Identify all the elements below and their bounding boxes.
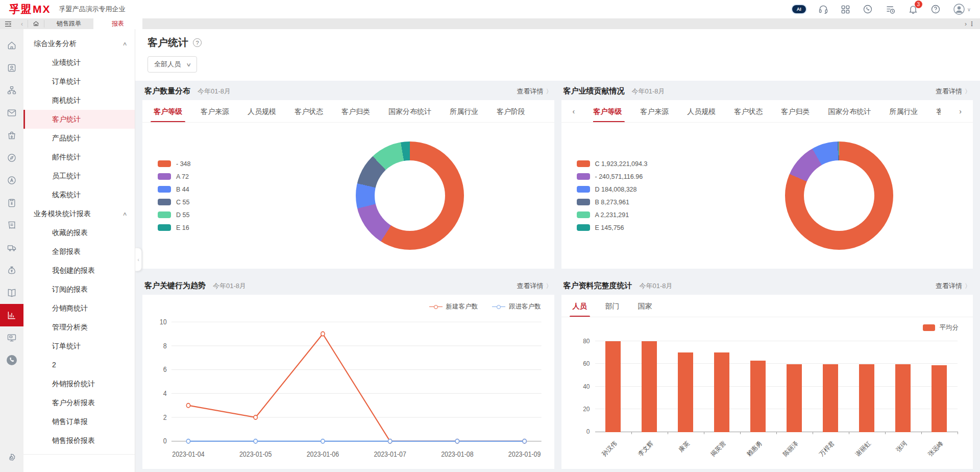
task-list-clock-icon[interactable] (885, 4, 896, 15)
tab-客户等级[interactable]: 客户等级 (593, 100, 622, 123)
sidebar-item-全部报表[interactable]: 全部报表 (23, 242, 135, 261)
sidebar-item-商机统计[interactable]: 商机统计 (23, 91, 135, 110)
home-icon[interactable] (28, 18, 44, 29)
tabs-scroll-right-icon[interactable]: › (959, 107, 962, 115)
legend-item[interactable]: D 184,008,328 (577, 186, 705, 193)
section-collapse-icon[interactable]: ∧ (122, 41, 127, 46)
personnel-filter-dropdown[interactable]: 全部人员 ∨ (148, 56, 197, 73)
tab-客户阶段[interactable]: 客户阶段 (497, 100, 525, 123)
legend-item[interactable]: - 240,571,116.96 (577, 173, 705, 180)
whatsapp-icon[interactable] (0, 349, 23, 371)
tab-国家分布统计[interactable]: 国家分布统计 (388, 100, 431, 123)
sidebar-item-订单统计[interactable]: 订单统计 (23, 72, 135, 91)
tab-客户等级[interactable]: 客户等级 (154, 100, 182, 123)
sidebar-item-业绩统计[interactable]: 业绩统计 (23, 53, 135, 72)
tab-客户归类[interactable]: 客户归类 (341, 100, 370, 123)
legend-item[interactable]: A 2,231,291 (577, 211, 705, 219)
bar-康英[interactable] (678, 352, 693, 432)
marketing-a-icon[interactable] (0, 169, 23, 192)
funds-bag-icon[interactable] (0, 259, 23, 281)
bar-李文辉[interactable] (642, 341, 657, 432)
customer-count-donut-chart[interactable] (356, 141, 464, 250)
bar-谢丽虹[interactable] (859, 364, 874, 433)
sidebar-item-销售报价报表[interactable]: 销售报价报表 (23, 431, 135, 450)
bar-张远峰[interactable] (932, 365, 947, 432)
tabs-scroll-left-icon[interactable]: ‹ (573, 107, 575, 115)
legend-item[interactable]: E 16 (158, 224, 266, 231)
apps-grid-icon[interactable] (841, 5, 850, 14)
finance-clipboard-icon[interactable] (0, 192, 23, 214)
logistics-truck-icon[interactable] (0, 237, 23, 259)
tab-人员规模[interactable]: 人员规模 (248, 100, 276, 123)
page-help-icon[interactable]: ? (193, 38, 202, 47)
ai-assistant-icon[interactable]: AI (792, 5, 806, 13)
app-logo[interactable]: 孚盟MX (9, 2, 51, 16)
legend-item[interactable]: A 72 (158, 173, 266, 180)
sidebar-item-线索统计[interactable]: 线索统计 (23, 185, 135, 204)
tab-所属行业[interactable]: 所属行业 (450, 100, 478, 123)
key-behavior-line-chart[interactable]: 02468102023-01-042023-01-052023-01-06202… (142, 311, 554, 469)
workspace-tab-sales[interactable]: 销售跟单 (44, 18, 93, 29)
legend-item[interactable]: C 55 (158, 199, 266, 206)
tab-人员规模[interactable]: 人员规模 (687, 100, 716, 123)
view-details-link[interactable]: 查看详情〉 (517, 281, 552, 291)
monitor-icon[interactable] (0, 326, 23, 349)
sidebar-item-分销商统计[interactable]: 分销商统计 (23, 299, 135, 318)
tab-人员[interactable]: 人员 (573, 295, 587, 317)
whatsapp-icon[interactable] (863, 4, 873, 14)
tab-国家[interactable]: 国家 (638, 295, 652, 317)
product-bag-icon[interactable] (0, 124, 23, 147)
view-details-link[interactable]: 查看详情〉 (936, 281, 971, 291)
tab-客户归类[interactable]: 客户归类 (781, 100, 810, 123)
sidebar-item-订阅的报表[interactable]: 订阅的报表 (23, 280, 135, 299)
legend-item[interactable]: D 55 (158, 211, 266, 219)
menu-section-业务模块统计报表[interactable]: 业务模块统计报表∧ (23, 204, 135, 223)
view-details-link[interactable]: 查看详情〉 (517, 87, 552, 96)
bar-张珂[interactable] (895, 364, 911, 433)
settings-gear-icon[interactable] (0, 446, 23, 469)
sidebar-item-管理分析类[interactable]: 管理分析类 (23, 318, 135, 337)
mail-icon[interactable] (0, 102, 23, 124)
compass-icon[interactable] (0, 147, 23, 169)
legend-label[interactable]: 平均分 (940, 323, 959, 332)
menu-section-综合业务分析[interactable]: 综合业务分析∧ (23, 34, 135, 53)
headset-icon[interactable] (818, 4, 828, 14)
home-icon[interactable] (0, 34, 23, 57)
sidebar-item-产品统计[interactable]: 产品统计 (23, 129, 135, 148)
view-details-link[interactable]: 查看详情〉 (936, 87, 971, 96)
legend-item[interactable]: C 1,923,221,094.3 (577, 160, 705, 168)
nav-forward-icon[interactable]: › (965, 20, 967, 28)
bar-孙汉伟[interactable] (605, 341, 621, 432)
section-collapse-icon[interactable]: ∧ (122, 211, 127, 217)
kebab-menu-icon[interactable]: ⋮ (969, 20, 975, 28)
legend-item[interactable]: B 8,273,961 (577, 199, 705, 206)
tab-国家分布统计[interactable]: 国家分布统计 (828, 100, 871, 123)
tab-部门[interactable]: 部门 (605, 295, 620, 317)
user-avatar[interactable]: ∨ (953, 3, 971, 15)
tab-所属行业[interactable]: 所属行业 (889, 100, 918, 123)
knowledge-book-icon[interactable] (0, 281, 23, 304)
nav-back-icon[interactable]: ‹ (16, 18, 28, 29)
bar-揭英营[interactable] (714, 352, 729, 432)
sidebar-item-客户统计[interactable]: 客户统计 (23, 110, 135, 129)
sidebar-item-邮件统计[interactable]: 邮件统计 (23, 148, 135, 167)
bar-赖惠勇[interactable] (750, 361, 766, 432)
sidebar-item-销售订单报[interactable]: 销售订单报 (23, 412, 135, 431)
notification-bell-icon[interactable]: 3 (908, 4, 918, 14)
legend-item-跟进客户数[interactable]: 跟进客户数 (492, 302, 541, 311)
report-chart-icon[interactable] (0, 304, 23, 326)
legend-item[interactable]: - 348 (158, 160, 266, 168)
sidebar-item-客户分析报表[interactable]: 客户分析报表 (23, 393, 135, 412)
sidebar-item-员工统计[interactable]: 员工统计 (23, 167, 135, 185)
sidebar-item-2[interactable]: 2 (23, 356, 135, 374)
sidebar-item-收藏的报表[interactable]: 收藏的报表 (23, 223, 135, 242)
legend-item[interactable]: B 44 (158, 186, 266, 193)
org-structure-icon[interactable] (0, 79, 23, 102)
workspace-tab-reports[interactable]: 报表 (93, 18, 142, 29)
sidebar-item-我创建的报表[interactable]: 我创建的报表 (23, 261, 135, 280)
profile-completeness-bar-chart[interactable]: 020406080 孙汉伟李文辉康英揭英营赖惠勇陈丽泽万桿君谢丽虹张珂张远峰 (595, 339, 958, 469)
legend-item-新建客户数[interactable]: 新建客户数 (429, 302, 478, 311)
bar-万桿君[interactable] (823, 364, 838, 433)
contacts-icon[interactable] (0, 57, 23, 79)
help-icon[interactable] (930, 4, 941, 14)
